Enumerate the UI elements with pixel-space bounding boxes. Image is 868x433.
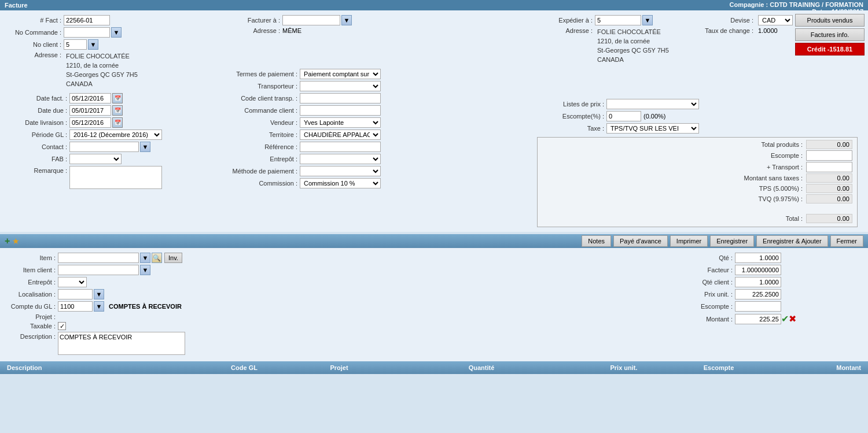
reference-input[interactable]: [300, 142, 381, 152]
taxe-select[interactable]: TPS/TVQ SUR LES VEI: [606, 123, 699, 134]
tps-value: 0.00: [806, 184, 852, 193]
no-client-arrow[interactable]: ▼: [88, 39, 98, 50]
montant-detail-input[interactable]: [735, 314, 781, 324]
adresse-line3: St-Georges QC G5Y 7H5: [66, 70, 138, 79]
transport-input[interactable]: [806, 162, 852, 172]
no-client-row: No client : ▼: [6, 39, 198, 50]
devise-select[interactable]: CAD: [758, 15, 793, 25]
transporteur-select[interactable]: [300, 81, 381, 91]
fab-row: FAB :: [6, 154, 198, 164]
date-fact-label: Date fact. :: [6, 95, 69, 102]
inv-button[interactable]: Inv.: [164, 253, 182, 263]
compte-gl-arrow[interactable]: ▼: [94, 301, 104, 312]
date-fact-calendar[interactable]: 📅: [112, 93, 123, 103]
periode-gl-select[interactable]: 2016-12 (Décembre 2016): [69, 129, 162, 140]
exp-line4: CANADA: [597, 55, 669, 64]
methode-select[interactable]: [300, 166, 381, 176]
right-col-bottom: Listes de prix : Escompte(%) : (0.00%) T…: [537, 99, 858, 227]
imprimer-button[interactable]: Imprimer: [670, 235, 708, 247]
entrepot-detail-row: Entrepôt :: [6, 277, 272, 287]
projet-row: Projet :: [6, 313, 272, 320]
qte-client-input[interactable]: [735, 277, 781, 287]
produits-vendus-button[interactable]: Produits vendus: [795, 14, 865, 27]
compte-gl-input[interactable]: [58, 301, 93, 312]
facturer-input[interactable]: [282, 15, 340, 25]
star-icon[interactable]: ★: [12, 236, 20, 246]
fab-select[interactable]: [69, 154, 122, 164]
detail-right: Qté : Facteur : Qté client : Prix unit. …: [281, 253, 862, 357]
cancel-icon[interactable]: ✖: [789, 313, 796, 324]
entrepot-detail-select[interactable]: [58, 277, 87, 287]
date-due-input[interactable]: [69, 105, 111, 116]
qte-input[interactable]: [735, 253, 781, 263]
escompte-detail-input[interactable]: [735, 301, 781, 312]
no-commande-row: No Commande : ▼: [6, 27, 198, 38]
date-fact-input[interactable]: [69, 93, 111, 103]
prix-unit-label: Prix unit. :: [677, 291, 735, 298]
termes-select[interactable]: Paiement comptant sur: [300, 69, 381, 79]
territoire-select[interactable]: CHAUDIÈRE APPALAC: [300, 129, 381, 140]
total-produits-label: Total produits :: [542, 141, 806, 148]
item-search[interactable]: 🔍: [152, 253, 162, 263]
item-arrow[interactable]: ▼: [140, 253, 150, 263]
tvq-label: TVQ (9.975%) :: [542, 195, 806, 202]
notes-button[interactable]: Notes: [582, 235, 611, 247]
remarque-row: Remarque :: [6, 166, 198, 189]
enregistrer-ajouter-button[interactable]: Enregistrer & Ajouter: [756, 235, 828, 247]
escompte-totals-input[interactable]: [806, 150, 852, 161]
col-prix-unit: Prix unit.: [576, 364, 671, 371]
divider-bar: + ★ Notes Payé d'avance Imprimer Enregis…: [0, 234, 868, 248]
fact-row: # Fact :: [6, 15, 198, 25]
commission-select[interactable]: Commission 10 %: [300, 178, 381, 188]
bottom-form: Item : ▼ 🔍 Inv. Item client : ▼ Entrepôt…: [0, 248, 868, 361]
date-due-row: Date due : 📅: [6, 105, 198, 116]
compte-gl-label: Compte du GL :: [6, 303, 58, 310]
localisation-arrow[interactable]: ▼: [94, 289, 104, 299]
date-due-calendar[interactable]: 📅: [112, 105, 123, 116]
compte-gl-row: Compte du GL : ▼ COMPTES À RECEVOIR: [6, 301, 272, 312]
date-livraison-input[interactable]: [69, 117, 111, 128]
listes-prix-select[interactable]: [606, 99, 699, 109]
taxable-checkbox[interactable]: ✓: [58, 322, 66, 330]
adresse-label: Adresse :: [6, 51, 64, 58]
no-client-input[interactable]: [64, 39, 87, 50]
exp-line2: 1210, de la cornée: [597, 36, 669, 46]
confirm-icon[interactable]: ✔: [781, 313, 789, 324]
contact-input[interactable]: [69, 142, 139, 152]
add-line-icon[interactable]: +: [5, 236, 10, 246]
expedier-input[interactable]: [595, 15, 641, 25]
commission-row: Commission : Commission 10 %: [207, 178, 528, 188]
description-textarea[interactable]: COMPTES À RECEVOIR: [58, 332, 185, 355]
localisation-input[interactable]: [58, 289, 93, 299]
compte-gl-name: COMPTES À RECEVOIR: [109, 303, 182, 310]
commande-client-input[interactable]: [300, 105, 381, 116]
no-commande-arrow[interactable]: ▼: [111, 27, 122, 38]
facteur-input[interactable]: [735, 265, 781, 275]
total-produits-value: 0.00: [806, 140, 852, 149]
escompte-input[interactable]: [606, 111, 641, 121]
facturer-arrow[interactable]: ▼: [341, 15, 352, 25]
fermer-button[interactable]: Fermer: [830, 235, 863, 247]
fact-input[interactable]: [64, 15, 110, 25]
taxe-row: Taxe : TPS/TVQ SUR LES VEI: [537, 123, 858, 134]
factures-info-button[interactable]: Factures info.: [795, 28, 865, 41]
enregistrer-button[interactable]: Enregistrer: [710, 235, 754, 247]
no-commande-input[interactable]: [64, 27, 110, 38]
contact-arrow[interactable]: ▼: [140, 142, 150, 152]
escompte-totals-label: Escompte :: [542, 152, 806, 159]
projet-label: Projet :: [6, 313, 58, 320]
item-input[interactable]: [58, 253, 139, 263]
item-client-arrow[interactable]: ▼: [140, 265, 150, 275]
date-livraison-calendar[interactable]: 📅: [112, 117, 123, 128]
expedier-arrow[interactable]: ▼: [642, 15, 653, 25]
vendeur-select[interactable]: Yves Lapointe: [300, 117, 381, 128]
paye-avance-button[interactable]: Payé d'avance: [613, 235, 668, 247]
total-row: Total : 0.00: [542, 214, 852, 223]
remarque-textarea[interactable]: [69, 166, 162, 189]
code-client-input[interactable]: [300, 93, 381, 103]
prix-unit-input[interactable]: [735, 289, 781, 299]
entrepot-select[interactable]: [300, 154, 381, 164]
item-client-input[interactable]: [58, 265, 139, 275]
montant-sans-taxes-value: 0.00: [806, 173, 852, 183]
escompte-pct: (0.00%): [643, 113, 666, 120]
